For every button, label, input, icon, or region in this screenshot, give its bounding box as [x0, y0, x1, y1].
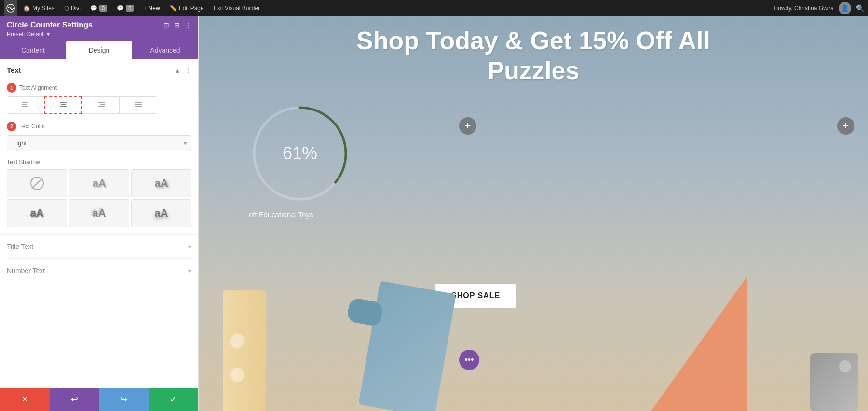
title-text-row[interactable]: Title Text ▾	[0, 234, 198, 258]
wp-logo-icon[interactable]	[4, 0, 17, 16]
title-text-chevron-icon: ▾	[188, 243, 191, 250]
text-color-setting: 2 Text Color Light Dark ▾	[0, 118, 198, 155]
text-alignment-setting: 1 Text Alignment	[0, 79, 198, 118]
pencil-icon: ✏️	[170, 5, 177, 12]
admin-edit-page[interactable]: ✏️ Edit Page	[166, 0, 208, 16]
badge-1: 1	[7, 83, 16, 93]
wp-admin-bar: 🏠 My Sites ⬡ Divi 💬 3 💬 0 + New ✏️ Edit …	[0, 0, 868, 16]
tab-bar: Content Design Advanced	[0, 41, 198, 59]
tab-advanced[interactable]: Advanced	[132, 41, 198, 59]
canvas-heading: Shop Today & Get 15% Off All Puzzles	[199, 26, 868, 86]
tab-design[interactable]: Design	[66, 41, 132, 59]
section-controls: ▲ ⋮	[174, 67, 191, 74]
admin-search-icon[interactable]: 🔍	[856, 4, 864, 12]
number-text-chevron-icon: ▾	[188, 267, 191, 274]
title-text-label: Title Text	[7, 243, 33, 250]
text-section-header: Text ▲ ⋮	[0, 59, 198, 79]
text-color-select[interactable]: Light Dark	[7, 135, 191, 151]
comment-zero-icon: 💬	[117, 5, 124, 12]
panel-header: Circle Counter Settings ⊡ ⊟ ⋮ Preset: De…	[0, 16, 198, 41]
admin-new[interactable]: + New	[139, 0, 163, 16]
admin-howdy: Howdy, Christina Gwira	[774, 5, 834, 12]
shadow-cell-1[interactable]: aA	[69, 169, 129, 197]
align-buttons	[7, 96, 191, 114]
shadow-cell-3[interactable]: aA	[7, 199, 67, 227]
shadow-grid: aA aA aA aA aA	[0, 167, 198, 234]
badge-2: 2	[7, 122, 16, 131]
shadow-cell-4[interactable]: aA	[69, 199, 129, 227]
panel-menu-icon[interactable]: ⋮	[185, 21, 191, 29]
number-text-row[interactable]: Number Text ▾	[0, 259, 198, 282]
text-shadow-label: Text Shadow	[0, 155, 198, 167]
heading-line1: Shop Today & Get 15% Off All	[218, 26, 849, 55]
add-section-btn-2[interactable]: +	[837, 117, 854, 135]
user-avatar-icon[interactable]: 👤	[839, 2, 851, 14]
svg-line-14	[32, 178, 42, 189]
circle-label-text: off Educational Toys	[249, 210, 353, 219]
tab-content[interactable]: Content	[0, 41, 66, 59]
add-section-btn-1[interactable]: +	[459, 117, 476, 135]
section-more-icon[interactable]: ⋮	[185, 67, 191, 74]
shadow-cell-5[interactable]: aA	[131, 199, 191, 227]
comment-icon: 💬	[90, 5, 97, 12]
bottom-actions: ✕ ↩ ↪ ✓	[0, 388, 198, 411]
text-shadow-section: Text Shadow aA aA aA aA aA	[0, 155, 198, 234]
text-section-title: Text	[7, 66, 21, 74]
section-collapse-icon[interactable]: ▲	[174, 67, 181, 74]
align-left-btn[interactable]	[7, 96, 44, 114]
text-alignment-label: 1 Text Alignment	[7, 83, 191, 93]
panel-header-icons: ⊡ ⊟ ⋮	[163, 21, 191, 29]
canvas-area: Shop Today & Get 15% Off All Puzzles + +…	[199, 16, 868, 411]
admin-my-sites[interactable]: 🏠 My Sites	[19, 0, 58, 16]
undo-button[interactable]: ↩	[50, 388, 99, 411]
divi-icon: ⬡	[64, 5, 69, 12]
toy-illustrations	[199, 276, 868, 411]
circle-svg-wrapper: 61%	[247, 100, 353, 206]
number-text-label: Number Text	[7, 267, 45, 274]
admin-comments[interactable]: 💬 3	[86, 0, 111, 16]
shadow-cell-2[interactable]: aA	[131, 169, 191, 197]
admin-divi[interactable]: ⬡ Divi	[60, 0, 84, 16]
circle-percentage-text: 61%	[283, 143, 317, 164]
panel-resize-icon[interactable]: ⊡	[163, 21, 169, 29]
align-center-btn[interactable]	[44, 96, 82, 114]
main-area: Circle Counter Settings ⊡ ⊟ ⋮ Preset: De…	[0, 16, 868, 411]
save-button[interactable]: ✓	[149, 388, 198, 411]
heading-line2: Puzzles	[218, 55, 849, 85]
admin-comment-zero[interactable]: 💬 0	[113, 0, 137, 16]
admin-exit-visual-builder[interactable]: Exit Visual Builder	[210, 0, 264, 16]
text-color-select-wrap: Light Dark ▾	[7, 135, 191, 151]
preset-label[interactable]: Preset: Default	[7, 31, 45, 38]
circle-counter-widget: 61% off Educational Toys	[247, 100, 353, 219]
cancel-button[interactable]: ✕	[0, 388, 50, 411]
panel-title: Circle Counter Settings	[7, 21, 93, 29]
panel-body: Text ▲ ⋮ 1 Text Alignment	[0, 59, 198, 388]
align-right-btn[interactable]	[82, 96, 120, 114]
home-icon: 🏠	[23, 5, 30, 12]
align-justify-btn[interactable]	[120, 96, 157, 114]
preset-dropdown-icon[interactable]: ▾	[47, 31, 50, 38]
redo-button[interactable]: ↪	[99, 388, 149, 411]
left-panel: Circle Counter Settings ⊡ ⊟ ⋮ Preset: De…	[0, 16, 199, 411]
text-color-label: 2 Text Color	[7, 122, 191, 131]
shadow-none-cell[interactable]	[7, 169, 67, 197]
panel-columns-icon[interactable]: ⊟	[174, 21, 180, 29]
